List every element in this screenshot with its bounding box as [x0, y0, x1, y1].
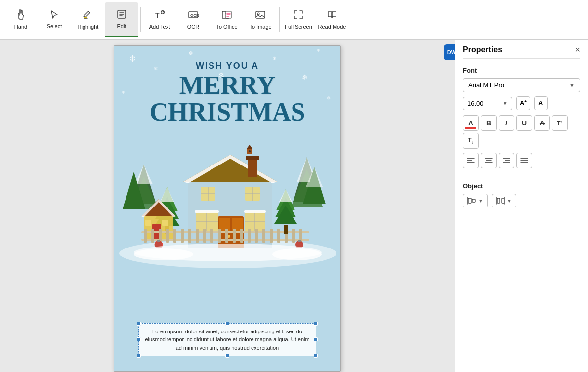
to-image-icon [255, 9, 266, 22]
resize-handle-bm[interactable] [225, 354, 229, 358]
resize-handle-tr[interactable] [314, 322, 318, 326]
hand-label: Hand [14, 24, 27, 30]
resize-handle-tm[interactable] [225, 322, 229, 326]
svg-rect-121 [497, 198, 500, 203]
increase-font-icon: A+ [520, 99, 527, 107]
resize-handle-ml[interactable] [137, 337, 141, 341]
svg-rect-81 [248, 229, 251, 243]
strikethrough-icon: A [540, 119, 545, 127]
svg-rect-67 [144, 229, 147, 243]
hand-tool-button[interactable]: Hand [4, 2, 38, 37]
panel-header: Properties × [463, 45, 580, 59]
resize-handle-bl[interactable] [137, 354, 141, 358]
svg-rect-83 [262, 229, 265, 243]
color-bar [465, 127, 476, 129]
divider-2 [279, 7, 280, 32]
resize-handle-mr[interactable] [314, 337, 318, 341]
house-illustration [114, 130, 340, 273]
svg-rect-119 [472, 199, 475, 202]
svg-point-101 [272, 248, 322, 260]
lorem-text: Lorem ipsum dolor sit amet, consectetur … [145, 329, 309, 351]
object-section-label: Object [463, 182, 580, 190]
svg-rect-31 [248, 157, 257, 177]
svg-rect-16 [256, 11, 265, 18]
edit-tool-button[interactable]: Edit [105, 2, 138, 37]
svg-rect-76 [210, 229, 213, 243]
resize-handle-br[interactable] [314, 354, 318, 358]
svg-text:T: T [155, 11, 160, 19]
highlight-label: Highlight [78, 24, 99, 30]
svg-rect-74 [196, 229, 199, 243]
strikethrough-button[interactable]: A [534, 115, 550, 131]
card-header: WISH YOU A MERRY CHRISTMAS [114, 46, 340, 125]
ocr-icon: OCR [188, 9, 199, 22]
svg-rect-75 [203, 229, 206, 243]
canvas-area[interactable]: ❄ ❄ ❄ ❄ ❄ ❄ ❄ ❄ ❄ ❄ ❄ ❄ ❄ WISH YOU A MER… [0, 40, 455, 372]
svg-rect-78 [225, 229, 228, 243]
svg-marker-34 [247, 145, 252, 149]
align-center-button[interactable] [481, 153, 497, 168]
object-align-button[interactable]: ▼ [463, 194, 488, 207]
font-dropdown-arrow: ▼ [569, 83, 575, 88]
to-image-button[interactable]: To Image [244, 2, 277, 37]
svg-marker-98 [279, 189, 292, 202]
svg-rect-118 [468, 198, 471, 203]
svg-rect-84 [270, 229, 273, 243]
svg-point-35 [249, 150, 251, 152]
font-size-input[interactable]: 16.00 ▼ [463, 97, 512, 110]
font-section-label: Font [463, 67, 580, 74]
superscript-button[interactable]: T↑ [552, 115, 568, 131]
font-name-value: Arial MT Pro [468, 82, 504, 89]
decrease-font-icon: A- [538, 99, 544, 107]
highlight-tool-button[interactable]: Highlight [71, 2, 105, 37]
add-text-button[interactable]: T Add Text [143, 2, 176, 37]
underline-button[interactable]: U [516, 115, 532, 131]
resize-handle-tl[interactable] [137, 322, 141, 326]
to-office-button[interactable]: To Office [210, 2, 244, 37]
svg-rect-63 [145, 220, 151, 226]
bold-button[interactable]: B [481, 115, 497, 131]
underline-icon: U [522, 119, 527, 127]
align-justify-button[interactable] [516, 153, 532, 168]
font-size-arrow: ▼ [503, 100, 508, 106]
subscript-button[interactable]: T↓ [463, 133, 479, 149]
close-panel-button[interactable]: × [575, 45, 580, 54]
subscript-icon: T↓ [468, 137, 473, 145]
highlight-icon [83, 9, 93, 22]
edit-icon [116, 9, 127, 21]
full-screen-label: Full Screen [285, 24, 312, 30]
object-align-arrow: ▼ [478, 198, 483, 204]
font-name-dropdown[interactable]: Arial MT Pro ▼ [463, 78, 580, 92]
read-mode-icon [327, 9, 337, 22]
decrease-font-button[interactable]: A- [534, 96, 548, 110]
svg-point-17 [257, 13, 259, 15]
font-color-button[interactable]: A [463, 115, 479, 131]
read-mode-button[interactable]: Read Mode [315, 2, 349, 37]
font-color-icon: A [468, 119, 473, 127]
svg-marker-58 [160, 187, 174, 202]
toolbar: Hand Select Highlight E [0, 0, 588, 40]
select-label: Select [47, 23, 62, 29]
wish-text: WISH YOU A [114, 61, 340, 71]
superscript-icon: T↑ [557, 120, 562, 127]
divider-1 [140, 7, 141, 32]
align-right-button[interactable] [499, 153, 514, 168]
object-distribute-button[interactable]: ▼ [492, 194, 516, 207]
select-tool-button[interactable]: Select [38, 2, 71, 37]
main-area: ❄ ❄ ❄ ❄ ❄ ❄ ❄ ❄ ❄ ❄ ❄ ❄ ❄ WISH YOU A MER… [0, 40, 588, 372]
svg-rect-73 [188, 229, 191, 243]
panel-title: Properties [463, 45, 502, 54]
full-screen-button[interactable]: Full Screen [282, 2, 315, 37]
to-image-label: To Image [249, 24, 271, 30]
svg-marker-21 [135, 165, 153, 184]
increase-font-button[interactable]: A+ [516, 96, 530, 110]
svg-rect-52 [195, 210, 219, 213]
object-buttons-row: ▼ ▼ [463, 194, 580, 207]
text-box[interactable]: Lorem ipsum dolor sit amet, consectetur … [138, 323, 316, 357]
svg-rect-94 [284, 225, 288, 234]
italic-button[interactable]: I [499, 115, 514, 131]
ocr-button[interactable]: OCR OCR [176, 2, 210, 37]
align-left-button[interactable] [463, 153, 479, 168]
object-distribute-arrow: ▼ [507, 198, 512, 204]
svg-rect-122 [502, 198, 504, 203]
